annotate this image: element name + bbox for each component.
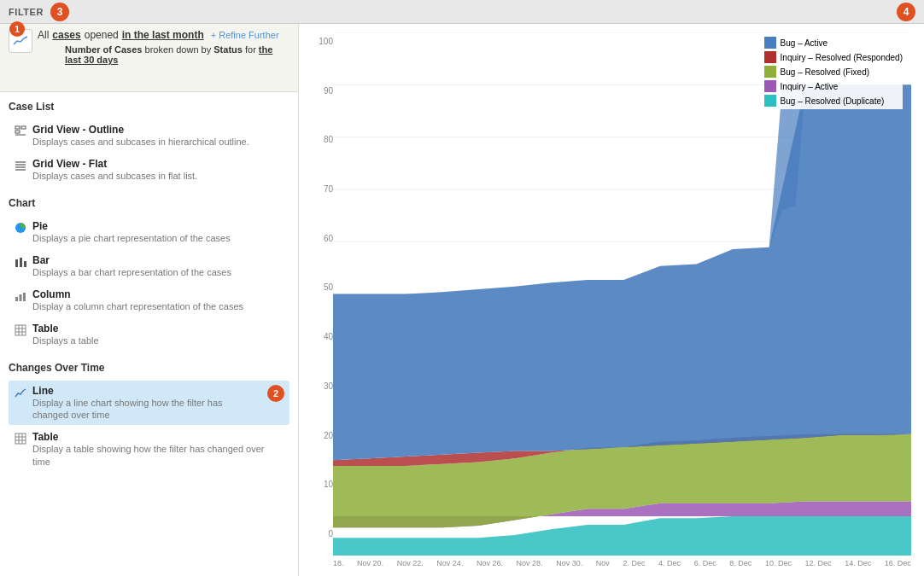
y-label-60: 60 — [324, 234, 333, 243]
legend-label-inquiry-active: Inquiry – Active — [781, 82, 839, 91]
menu-item-pie[interactable]: Pie Displays a pie chart representation … — [9, 216, 289, 248]
sidebar: 1 All cases opened in the last month + R… — [0, 24, 299, 576]
menu-item-line[interactable]: Line Display a line chart showing how th… — [9, 381, 289, 426]
grid-flat-desc: Displays cases and subcases in flat list… — [32, 170, 197, 182]
x-label-4: Nov 26. — [477, 559, 503, 567]
x-label-13: 12. Dec — [805, 559, 832, 567]
chart-container: 100 90 80 70 60 50 40 30 20 10 0 — [307, 32, 911, 556]
chart-inner: Bug – Active Inquiry – Resolved (Respond… — [333, 32, 911, 556]
top-bar: FILTER 3 4 — [0, 0, 924, 24]
legend-label-bug-resolved-dup: Bug – Resolved (Duplicate) — [781, 96, 885, 106]
svg-rect-11 — [24, 261, 26, 267]
line-icon — [14, 386, 27, 399]
x-label-1: Nov 20. — [357, 559, 383, 567]
y-label-100: 100 — [319, 37, 333, 46]
section-chart: Chart Pie Displays a pie chart represent… — [0, 189, 298, 352]
section-case-list: Case List Grid View - Outline Displays c… — [0, 92, 298, 187]
svg-rect-12 — [15, 297, 18, 301]
legend-bug-resolved-dup: Bug – Resolved (Duplicate) — [764, 95, 903, 107]
chart-svg — [333, 32, 911, 556]
table-icon — [14, 323, 27, 337]
y-label-50: 50 — [324, 282, 333, 292]
filter-mid: opened — [85, 29, 119, 41]
pie-icon — [14, 221, 27, 235]
filter-cases: cases — [52, 29, 80, 41]
svg-rect-0 — [15, 126, 20, 129]
legend-color-bug-resolved-fixed — [764, 66, 776, 78]
svg-rect-2 — [21, 126, 26, 129]
svg-rect-14 — [23, 293, 26, 301]
legend-inquiry-resolved: Inquiry – Resolved (Responded) — [764, 51, 903, 63]
content-area: 100 90 80 70 60 50 40 30 20 10 0 — [299, 24, 924, 576]
menu-item-grid-outline[interactable]: Grid View - Outline Displays cases and s… — [9, 119, 289, 152]
legend-label-bug-resolved-fixed: Bug – Resolved (Fixed) — [781, 67, 870, 77]
menu-item-table[interactable]: Table Displays a table — [9, 318, 289, 351]
svg-marker-40 — [333, 84, 911, 460]
x-label-11: 8. Dec — [729, 559, 751, 567]
y-label-70: 70 — [324, 184, 333, 194]
table-desc: Displays a table — [32, 335, 99, 346]
legend-bug-active: Bug – Active — [764, 37, 903, 49]
table2-icon — [14, 432, 27, 445]
pie-desc: Displays a pie chart representation of t… — [32, 232, 231, 244]
column-title: Column — [32, 288, 243, 300]
badge-3: 3 — [50, 3, 69, 21]
legend-label-inquiry-resolved: Inquiry – Resolved (Responded) — [781, 53, 903, 62]
y-label-10: 10 — [324, 480, 333, 489]
menu-item-bar[interactable]: Bar Displays a bar chart representation … — [9, 250, 289, 282]
chart-icon[interactable]: 1 — [9, 29, 32, 53]
filter-row2: Number of Cases broken down by Status fo… — [65, 44, 289, 65]
section-title-changes: Changes Over Time — [9, 362, 289, 375]
x-label-14: 14. Dec — [845, 559, 871, 567]
filter-row1: All cases opened in the last month + Ref… — [38, 29, 289, 41]
y-label-80: 80 — [324, 135, 333, 144]
x-label-15: 16. Dec — [885, 559, 911, 567]
legend-color-bug-active — [764, 37, 776, 49]
x-label-10: 6. Dec — [694, 559, 716, 567]
y-label-20: 20 — [324, 431, 333, 440]
legend-label-bug-active: Bug – Active — [781, 38, 828, 48]
svg-rect-15 — [15, 325, 26, 335]
x-label-7: Nov — [596, 559, 610, 567]
bar-desc: Displays a bar chart representation of t… — [32, 266, 231, 278]
x-label-2: Nov 22. — [397, 559, 424, 567]
chart-legend: Bug – Active Inquiry – Resolved (Respond… — [764, 37, 903, 109]
grid-outline-title: Grid View - Outline — [32, 124, 249, 136]
filter-description: All cases opened in the last month + Ref… — [38, 29, 289, 65]
svg-rect-13 — [20, 294, 22, 301]
filter-period: in the last month — [122, 29, 204, 41]
filter-pre: All — [38, 29, 49, 41]
grid-flat-title: Grid View - Flat — [32, 158, 197, 170]
x-label-3: Nov 24. — [436, 559, 463, 567]
legend-color-inquiry-resolved — [764, 51, 776, 63]
x-label-12: 10. Dec — [765, 559, 792, 567]
bar-title: Bar — [32, 254, 231, 266]
line-title: Line — [32, 385, 259, 397]
x-label-5: Nov 28. — [517, 559, 543, 567]
grid-flat-icon — [14, 159, 27, 172]
menu-item-column[interactable]: Column Display a column chart representa… — [9, 284, 289, 317]
grid-outline-icon — [14, 125, 27, 138]
filter-header: 1 All cases opened in the last month + R… — [0, 24, 298, 92]
svg-rect-1 — [15, 131, 20, 133]
legend-bug-resolved-fixed: Bug – Resolved (Fixed) — [764, 66, 903, 78]
legend-inquiry-active: Inquiry – Active — [764, 80, 903, 92]
y-label-30: 30 — [324, 381, 333, 391]
svg-rect-10 — [20, 258, 22, 267]
column-desc: Display a column chart representation of… — [32, 300, 243, 312]
legend-color-inquiry-active — [764, 80, 776, 92]
section-title-case-list: Case List — [9, 101, 289, 114]
main-container: 1 All cases opened in the last month + R… — [0, 24, 924, 576]
table-changes-desc: Display a table showing how the filter h… — [32, 443, 284, 468]
y-label-90: 90 — [324, 86, 333, 96]
column-icon — [14, 289, 27, 303]
menu-item-table-changes[interactable]: Table Display a table showing how the fi… — [9, 427, 289, 472]
menu-item-grid-flat[interactable]: Grid View - Flat Displays cases and subc… — [9, 154, 289, 186]
filter-status: Status — [213, 44, 243, 55]
table-changes-title: Table — [32, 431, 284, 443]
x-axis: 18. Nov 20. Nov 22. Nov 24. Nov 26. Nov … — [307, 559, 911, 567]
refine-further-link[interactable]: + Refine Further — [211, 30, 279, 40]
section-title-chart: Chart — [9, 197, 289, 211]
legend-color-bug-resolved-dup — [764, 95, 776, 107]
x-label-8: 2. Dec — [623, 559, 645, 567]
